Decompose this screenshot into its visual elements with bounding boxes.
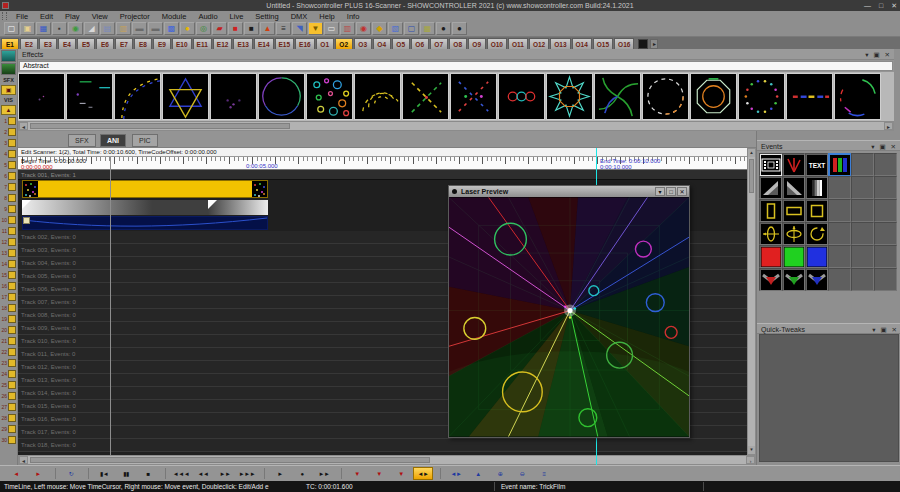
channel-row-28[interactable]: 28 (0, 412, 17, 423)
channel-row-12[interactable]: 12 (0, 236, 17, 247)
events-collapse-icon[interactable]: ▾ (871, 141, 874, 152)
channel-button-18[interactable] (8, 304, 16, 312)
scanner-tab-o11[interactable]: O11 (508, 38, 528, 49)
fade-in-handle[interactable] (22, 200, 31, 209)
menu-help[interactable]: Help (313, 12, 340, 21)
channel-button-10[interactable] (8, 216, 16, 224)
align-right-icon[interactable]: ▬ (148, 22, 163, 35)
event-cell-rect-vertical[interactable] (759, 199, 782, 222)
channel-row-2[interactable]: 2 (0, 126, 17, 137)
arrow-down-red-icon[interactable] (761, 270, 781, 290)
channel-row-15[interactable]: 15 (0, 269, 17, 280)
scanner-tab-e3[interactable]: E3 (39, 38, 57, 49)
lock-icon[interactable]: ▪ (52, 22, 67, 35)
event-cell-rotate-z[interactable] (805, 222, 828, 245)
scanner-tab-e15[interactable]: E15 (275, 38, 295, 49)
gradient-bar-icon[interactable] (807, 178, 827, 198)
channel-button-26[interactable] (8, 392, 16, 400)
close-button[interactable]: ✕ (891, 0, 897, 11)
laser-preview-titlebar[interactable]: Laser Preview ▾ □ ✕ (449, 186, 689, 197)
preview-collapse-icon[interactable]: ▾ (655, 187, 665, 196)
set-marker-out-button[interactable]: ► (28, 467, 48, 480)
effects-pin-icon[interactable]: ▣ (873, 49, 879, 60)
channel-row-16[interactable]: 16 (0, 280, 17, 291)
effect-thumb-dash-marks[interactable] (66, 73, 113, 120)
channel-row-24[interactable]: 24 (0, 368, 17, 379)
cards-icon[interactable]: ▧ (388, 22, 403, 35)
text-event-icon[interactable]: TEXT (807, 155, 827, 175)
find-icon[interactable]: ● (436, 22, 451, 35)
scanner-tab-e8[interactable]: E8 (134, 38, 152, 49)
loop-playback-button[interactable]: ↻ (61, 467, 81, 480)
scanner-tab-e13[interactable]: E13 (233, 38, 253, 49)
rect-vertical-icon[interactable] (761, 201, 781, 221)
event-cell-arrow-down-green[interactable] (782, 268, 805, 291)
video-red-icon[interactable]: ■ (228, 22, 243, 35)
arrow-down-green-icon[interactable] (784, 270, 804, 290)
snap-toggle-button[interactable]: ≡ (534, 467, 554, 480)
effect-thumb-star-eight[interactable] (546, 73, 593, 120)
events-pin-icon[interactable]: ▣ (879, 141, 885, 152)
channel-row-27[interactable]: 27 (0, 401, 17, 412)
scanner-tab-o2[interactable]: O2 (335, 38, 353, 49)
align-left-icon[interactable]: ▬ (132, 22, 147, 35)
menu-module[interactable]: Module (156, 12, 193, 21)
scanner-tab-e2[interactable]: E2 (20, 38, 38, 49)
subtab-pic[interactable]: PIC (132, 134, 158, 147)
menu-audio[interactable]: Audio (192, 12, 223, 21)
event-cell-rotate-y[interactable] (782, 222, 805, 245)
channel-button-19[interactable] (8, 315, 16, 323)
channel-button-7[interactable] (8, 183, 16, 191)
monitor-icon[interactable]: ▢ (404, 22, 419, 35)
scanner-tab-e16[interactable]: E16 (295, 38, 315, 49)
laser-preview-window[interactable]: Laser Preview ▾ □ ✕ (448, 185, 690, 438)
forward-button[interactable]: ►► (215, 467, 235, 480)
subtab-ani[interactable]: ANI (100, 134, 126, 147)
channel-row-6[interactable]: 6 (0, 170, 17, 181)
hat-icon[interactable]: ◆ (372, 22, 387, 35)
color-blue-icon[interactable] (807, 247, 827, 267)
timeline-scroll-left-icon[interactable]: ◄ (19, 456, 28, 464)
scanner-tab-e10[interactable]: E10 (172, 38, 192, 49)
title-bar[interactable]: Untitled - Showcontroller PLUS 16-Scanne… (0, 0, 900, 11)
channel-button-2[interactable] (8, 128, 16, 136)
menu-play[interactable]: Play (59, 12, 86, 21)
forward-fast-button[interactable]: ►►► (237, 467, 257, 480)
event-cell-color-red[interactable] (759, 245, 782, 268)
scanner-tab-o1[interactable]: O1 (316, 38, 334, 49)
channel-row-5[interactable]: 5 (0, 159, 17, 170)
effect-thumb-pinwheel[interactable] (594, 73, 641, 120)
play-button[interactable]: ► (270, 467, 290, 480)
effects-close-icon[interactable]: ✕ (885, 49, 890, 60)
shield-icon[interactable]: ◉ (68, 22, 83, 35)
effect-thumb-big-ring[interactable] (258, 73, 305, 120)
scanner-tab-o7[interactable]: O7 (430, 38, 448, 49)
effects-scroll-left-icon[interactable]: ◄ (19, 122, 28, 130)
skip-to-start-button[interactable]: ▮◄ (94, 467, 114, 480)
event-cell-rect-horizontal[interactable] (782, 199, 805, 222)
event-cell-rotate-x[interactable] (759, 222, 782, 245)
timeline-hscroll-thumb[interactable] (30, 457, 430, 463)
event-cell-color-blue[interactable] (805, 245, 828, 268)
play-selection-button[interactable]: ►► (314, 467, 334, 480)
channel-row-22[interactable]: 22 (0, 346, 17, 357)
effects-hscrollbar[interactable]: ◄ ► (18, 121, 894, 131)
levels-icon[interactable]: ≡ (276, 22, 291, 35)
channel-button-23[interactable] (8, 359, 16, 367)
effect-thumb-arc-segments[interactable] (834, 73, 881, 120)
memory-chip-icon[interactable]: ▦ (420, 22, 435, 35)
channel-row-29[interactable]: 29 (0, 423, 17, 434)
marker-end-button[interactable]: ▼ (391, 467, 411, 480)
scanner-tab-o13[interactable]: O13 (550, 38, 570, 49)
channel-row-18[interactable]: 18 (0, 302, 17, 313)
preview-maximize-icon[interactable]: □ (666, 187, 676, 196)
menu-live[interactable]: Live (224, 12, 250, 21)
effect-thumb-faint-dots[interactable] (210, 73, 257, 120)
menu-setting[interactable]: Setting (249, 12, 284, 21)
medal-icon[interactable]: ◉ (356, 22, 371, 35)
effects-scroll-thumb[interactable] (30, 123, 290, 129)
subtab-sfx[interactable]: SFX (68, 134, 96, 147)
id-card-icon[interactable]: ▥ (340, 22, 355, 35)
flag-icon[interactable]: ▲ (260, 22, 275, 35)
open-file-icon[interactable]: ▣ (20, 22, 35, 35)
